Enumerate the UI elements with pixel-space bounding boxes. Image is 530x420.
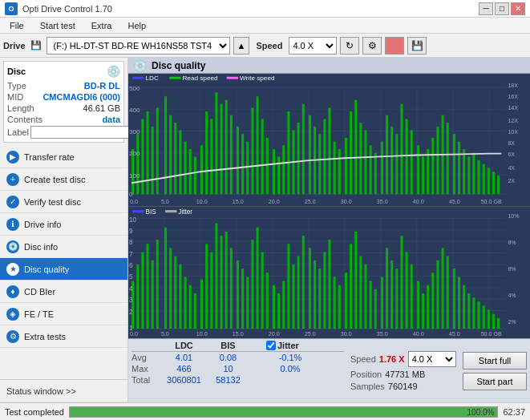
nav-transfer-rate[interactable]: ▶ Transfer rate — [0, 146, 127, 168]
svg-text:3: 3 — [129, 297, 133, 304]
svg-rect-145 — [146, 244, 148, 329]
svg-rect-170 — [277, 293, 280, 328]
svg-text:25.0: 25.0 — [305, 199, 316, 204]
svg-rect-49 — [297, 123, 300, 194]
samples-label: Samples — [350, 382, 385, 391]
menu-file[interactable]: File — [3, 19, 30, 32]
svg-rect-50 — [302, 104, 305, 195]
svg-rect-21 — [152, 127, 154, 195]
svg-rect-31 — [205, 111, 208, 194]
svg-rect-19 — [141, 119, 144, 194]
nav-verify-test-disc[interactable]: ✓ Verify test disc — [0, 191, 127, 213]
svg-rect-167 — [261, 252, 264, 329]
chart-bis-svg: 10 9 8 7 6 5 4 3 2 1 10% 8% 6% — [128, 207, 530, 339]
bottom-status-bar: Test completed 100.0% 62:37 — [0, 402, 530, 420]
svg-rect-182 — [338, 285, 341, 328]
svg-rect-199 — [427, 285, 429, 328]
red-button[interactable] — [385, 37, 404, 55]
maximize-button[interactable]: □ — [495, 2, 509, 15]
refresh-button[interactable]: ↻ — [340, 37, 359, 55]
eject-button[interactable]: ▲ — [233, 37, 250, 55]
svg-text:4: 4 — [129, 285, 133, 292]
start-part-button[interactable]: Start part — [463, 373, 527, 390]
speed-select[interactable]: 4.0 X — [289, 37, 337, 55]
svg-rect-30 — [200, 145, 203, 194]
stats-avg-ldc: 4.01 — [162, 353, 206, 362]
samples-value: 760149 — [388, 382, 418, 391]
save-button[interactable]: 💾 — [407, 37, 427, 55]
position-row: Position 47731 MB — [350, 370, 456, 379]
start-full-button[interactable]: Start full — [463, 352, 527, 370]
minimize-button[interactable]: ─ — [479, 2, 493, 15]
svg-rect-56 — [334, 142, 336, 195]
svg-rect-195 — [406, 252, 408, 329]
status-window-button[interactable]: Status window >> — [0, 380, 127, 402]
disc-contents-label: Contents — [7, 115, 42, 124]
svg-text:6X: 6X — [508, 152, 515, 158]
nav-create-test-disc[interactable]: + Create test disc — [0, 168, 127, 191]
nav-label-extra: Extra tests — [24, 332, 66, 341]
svg-rect-152 — [184, 277, 187, 329]
svg-rect-57 — [338, 149, 341, 194]
svg-rect-144 — [141, 252, 144, 329]
menu-start-test[interactable]: Start test — [34, 19, 82, 32]
svg-rect-184 — [350, 244, 352, 329]
quality-title: Disc quality — [152, 60, 205, 71]
nav-disc-info[interactable]: 💿 Disc info — [0, 236, 127, 258]
svg-rect-69 — [400, 104, 403, 195]
svg-text:30.0: 30.0 — [341, 331, 352, 337]
svg-rect-159 — [220, 235, 223, 328]
svg-rect-20 — [146, 111, 148, 194]
drive-select[interactable]: (F:) HL-DT-ST BD-RE WH16NS58 TST4 — [47, 37, 230, 55]
svg-text:LDC: LDC — [145, 75, 159, 83]
svg-rect-87 — [492, 172, 495, 194]
nav-disc-quality[interactable]: ★ Disc quality — [0, 258, 127, 281]
svg-text:BIS: BIS — [145, 208, 156, 216]
svg-text:2%: 2% — [508, 318, 516, 325]
nav-icon-verify: ✓ — [6, 196, 19, 208]
svg-rect-18 — [136, 134, 139, 194]
speed-dropdown[interactable]: 4.0 X — [408, 351, 456, 367]
svg-rect-147 — [156, 240, 159, 329]
svg-text:20.0: 20.0 — [269, 199, 280, 204]
jitter-checkbox[interactable] — [266, 341, 276, 350]
stats-header: LDC BIS Jitter — [131, 341, 344, 352]
svg-text:50.0 GB: 50.0 GB — [481, 199, 503, 204]
speed-row: Speed 1.76 X 4.0 X — [350, 351, 456, 367]
menu-help[interactable]: Help — [121, 19, 152, 32]
svg-rect-54 — [323, 119, 326, 194]
svg-rect-26 — [179, 131, 181, 195]
nav-cd-bier[interactable]: ♦ CD BIer — [0, 281, 127, 303]
disc-panel-header: Disc 💿 — [7, 65, 120, 78]
nav-fe-te[interactable]: ◈ FE / TE — [0, 303, 127, 325]
disc-label-input[interactable] — [30, 126, 137, 139]
svg-rect-204 — [453, 269, 455, 329]
svg-text:15.0: 15.0 — [233, 331, 244, 337]
svg-rect-34 — [220, 104, 223, 195]
svg-rect-85 — [483, 164, 485, 195]
svg-rect-157 — [210, 252, 212, 329]
svg-rect-74 — [427, 149, 429, 194]
drive-icon: 💾 — [30, 40, 42, 50]
stats-header-ldc: LDC — [162, 341, 206, 350]
menu-extra[interactable]: Extra — [85, 19, 119, 32]
svg-text:8X: 8X — [508, 141, 515, 147]
close-button[interactable]: ✕ — [511, 2, 525, 15]
svg-rect-63 — [370, 145, 372, 194]
stats-max-row: Max 466 10 0.0% — [131, 364, 344, 374]
nav-drive-info[interactable]: ℹ Drive info — [0, 213, 127, 236]
nav-extra-tests[interactable]: ⚙ Extra tests — [0, 325, 127, 348]
nav-icon-drive: ℹ — [6, 218, 19, 231]
svg-rect-44 — [273, 149, 275, 194]
config-button[interactable]: ⚙ — [362, 37, 382, 55]
svg-text:30.0: 30.0 — [341, 199, 352, 204]
svg-rect-190 — [381, 277, 383, 329]
nav-label-fete: FE / TE — [24, 309, 54, 319]
svg-rect-197 — [417, 281, 419, 329]
action-buttons: Start full Start part — [463, 341, 527, 401]
svg-rect-198 — [422, 293, 424, 328]
svg-rect-150 — [174, 256, 176, 328]
svg-rect-78 — [447, 123, 449, 194]
position-value: 47731 MB — [385, 370, 425, 379]
svg-rect-188 — [370, 281, 372, 329]
